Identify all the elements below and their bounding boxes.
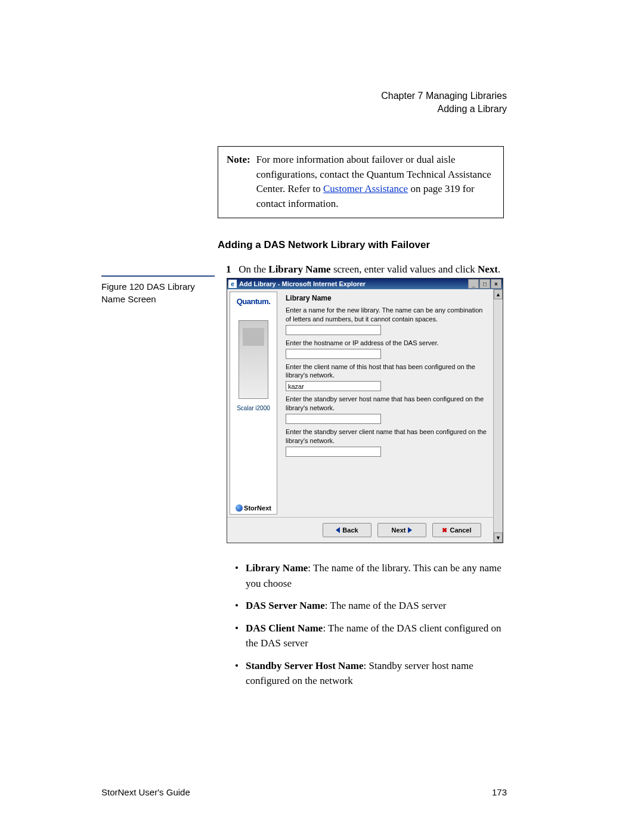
step-1: 1 On the Library Name screen, enter vali…: [226, 262, 504, 277]
window-titlebar: e Add Library - Microsoft Internet Explo…: [227, 278, 503, 289]
footer-left: StorNext User's Guide: [101, 787, 190, 797]
section-label: Adding a Library: [381, 103, 507, 116]
library-graphic: [239, 320, 268, 399]
wizard-sidebar: Quantum. Scalar i2000 StorNext: [230, 292, 277, 515]
minimize-button[interactable]: _: [468, 279, 479, 289]
client-name-input[interactable]: [286, 381, 381, 391]
scrollbar[interactable]: ▲ ▼: [493, 289, 503, 543]
list-item: Standby Server Host Name: Standby server…: [234, 658, 508, 689]
page-header: Chapter 7 Managing Libraries Adding a Li…: [381, 89, 507, 116]
das-hostname-input[interactable]: [286, 349, 381, 359]
back-button[interactable]: Back: [323, 523, 371, 537]
standby-host-label: Enter the standby server host name that …: [286, 395, 487, 413]
note-label: Note:: [227, 153, 250, 212]
chapter-label: Chapter 7 Managing Libraries: [381, 89, 507, 103]
customer-assistance-link[interactable]: Customer Assistance: [323, 183, 408, 194]
standby-client-input[interactable]: [286, 447, 381, 457]
close-button[interactable]: ×: [491, 279, 501, 289]
field-descriptions: Library Name: The name of the library. T…: [234, 561, 508, 696]
page-footer: StorNext User's Guide 173: [101, 787, 507, 797]
add-library-window: e Add Library - Microsoft Internet Explo…: [227, 278, 503, 543]
globe-icon: [236, 504, 243, 512]
note-text: For more information about failover or d…: [256, 153, 495, 212]
page-number: 173: [492, 787, 507, 797]
list-item: DAS Server Name: The name of the DAS ser…: [234, 598, 508, 614]
library-name-input[interactable]: [286, 325, 381, 335]
form-title: Library Name: [286, 294, 487, 302]
x-icon: ✖: [442, 527, 447, 534]
next-button[interactable]: Next: [377, 523, 426, 537]
wizard-button-row: Back Next ✖ Cancel: [227, 517, 493, 543]
scroll-down-icon[interactable]: ▼: [494, 532, 503, 543]
library-name-desc: Enter a name for the new library. The na…: [286, 306, 487, 324]
arrow-right-icon: [408, 527, 412, 533]
list-item: DAS Client Name: The name of the DAS cli…: [234, 621, 508, 651]
standby-host-input[interactable]: [286, 414, 381, 424]
section-heading: Adding a DAS Network Library with Failov…: [218, 239, 504, 251]
arrow-left-icon: [336, 527, 340, 533]
client-name-label: Enter the client name of this host that …: [286, 363, 487, 380]
das-hostname-label: Enter the hostname or IP address of the …: [286, 339, 487, 348]
quantum-logo: Quantum.: [237, 297, 271, 306]
window-title: Add Library - Microsoft Internet Explore…: [239, 280, 366, 287]
form-area: Library Name Enter a name for the new li…: [280, 289, 493, 517]
figure-caption: Figure 120 DAS Library Name Screen: [101, 275, 215, 305]
cancel-button[interactable]: ✖ Cancel: [432, 523, 481, 537]
scalar-model-label: Scalar i2000: [237, 405, 270, 411]
ie-icon: e: [228, 280, 237, 288]
step-number: 1: [226, 264, 231, 275]
list-item: Library Name: The name of the library. T…: [234, 561, 508, 591]
maximize-button[interactable]: □: [479, 279, 490, 289]
standby-client-label: Enter the standby server client name tha…: [286, 428, 487, 445]
scroll-up-icon[interactable]: ▲: [494, 289, 503, 299]
note-box: Note: For more information about failove…: [218, 146, 504, 218]
stornext-logo: StorNext: [236, 504, 271, 512]
